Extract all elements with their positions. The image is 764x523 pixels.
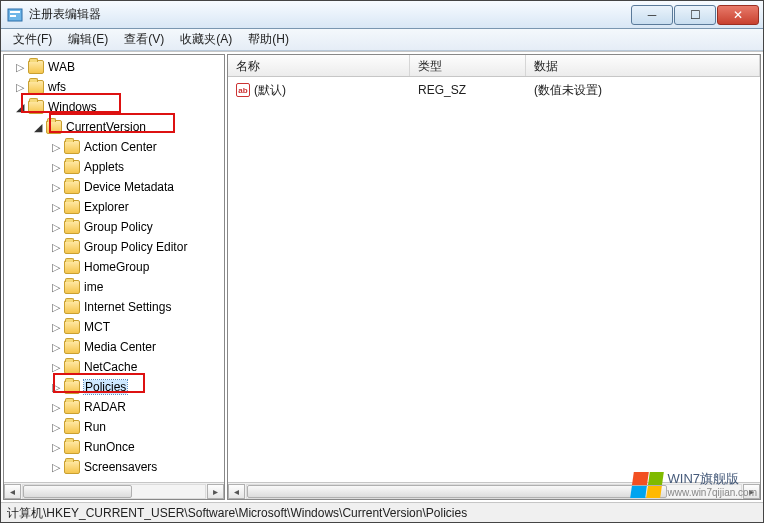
svg-rect-2 <box>10 15 16 17</box>
menubar: 文件(F) 编辑(E) 查看(V) 收藏夹(A) 帮助(H) <box>1 29 763 51</box>
scroll-right-icon[interactable]: ▸ <box>207 484 224 499</box>
scroll-left-icon[interactable]: ◂ <box>228 484 245 499</box>
tree-item[interactable]: ▷NetCache <box>4 357 224 377</box>
window-title: 注册表编辑器 <box>29 6 631 23</box>
status-path: 计算机\HKEY_CURRENT_USER\Software\Microsoft… <box>7 506 467 520</box>
folder-icon <box>64 460 80 474</box>
folder-icon <box>64 360 80 374</box>
chevron-right-icon[interactable]: ▷ <box>50 281 62 293</box>
folder-icon <box>64 420 80 434</box>
col-header-type[interactable]: 类型 <box>410 55 526 76</box>
chevron-right-icon[interactable]: ▷ <box>50 161 62 173</box>
chevron-right-icon[interactable]: ▷ <box>50 421 62 433</box>
folder-icon <box>28 80 44 94</box>
folder-icon <box>64 340 80 354</box>
tree-item[interactable]: ▷HomeGroup <box>4 257 224 277</box>
folder-icon <box>64 200 80 214</box>
minimize-button[interactable]: ─ <box>631 5 673 25</box>
chevron-right-icon[interactable]: ▷ <box>50 301 62 313</box>
chevron-right-icon[interactable]: ▷ <box>50 361 62 373</box>
watermark-label: WIN7旗舰版 <box>668 472 757 486</box>
folder-icon <box>28 60 44 74</box>
list-columns: 名称 类型 数据 <box>228 55 760 77</box>
svg-rect-1 <box>10 11 20 13</box>
menu-file[interactable]: 文件(F) <box>5 29 60 50</box>
close-button[interactable]: ✕ <box>717 5 759 25</box>
tree-item[interactable]: ▷Action Center <box>4 137 224 157</box>
folder-icon <box>64 140 80 154</box>
menu-favorites[interactable]: 收藏夹(A) <box>172 29 240 50</box>
chevron-right-icon[interactable]: ▷ <box>50 181 62 193</box>
watermark: WIN7旗舰版 www.win7qijian.com <box>632 472 757 498</box>
maximize-button[interactable]: ☐ <box>674 5 716 25</box>
value-data: (数值未设置) <box>526 82 610 99</box>
tree-item[interactable]: ▷ime <box>4 277 224 297</box>
tree-item[interactable]: ▷Screensavers <box>4 457 224 477</box>
list-pane: 名称 类型 数据 ab (默认) REG_SZ (数值未设置) ◂ ▸ <box>227 54 761 500</box>
regedit-icon <box>7 7 23 23</box>
list-row[interactable]: ab (默认) REG_SZ (数值未设置) <box>228 81 760 99</box>
col-header-data[interactable]: 数据 <box>526 55 760 76</box>
chevron-right-icon[interactable]: ▷ <box>14 61 26 73</box>
menu-edit[interactable]: 编辑(E) <box>60 29 116 50</box>
folder-icon <box>64 380 80 394</box>
tree-item[interactable]: ▷Group Policy <box>4 217 224 237</box>
tree-item-currentversion[interactable]: ◢CurrentVersion <box>4 117 224 137</box>
folder-icon <box>64 160 80 174</box>
chevron-right-icon[interactable]: ▷ <box>50 221 62 233</box>
scroll-left-icon[interactable]: ◂ <box>4 484 21 499</box>
tree-item[interactable]: ▷Explorer <box>4 197 224 217</box>
folder-icon <box>64 300 80 314</box>
tree-item[interactable]: ▷wfs <box>4 77 224 97</box>
titlebar: 注册表编辑器 ─ ☐ ✕ <box>1 1 763 29</box>
tree-item[interactable]: ▷Run <box>4 417 224 437</box>
folder-icon <box>64 220 80 234</box>
folder-icon <box>28 100 44 114</box>
folder-icon <box>64 440 80 454</box>
folder-icon <box>64 320 80 334</box>
chevron-right-icon[interactable]: ▷ <box>50 441 62 453</box>
status-bar: 计算机\HKEY_CURRENT_USER\Software\Microsoft… <box>1 502 763 522</box>
chevron-right-icon[interactable]: ▷ <box>50 261 62 273</box>
value-type: REG_SZ <box>410 83 526 97</box>
tree-item[interactable]: ▷Internet Settings <box>4 297 224 317</box>
windows-flag-icon <box>630 472 664 498</box>
tree-item[interactable]: ▷WAB <box>4 57 224 77</box>
tree-item-windows[interactable]: ◢Windows <box>4 97 224 117</box>
watermark-url: www.win7qijian.com <box>668 487 757 498</box>
chevron-right-icon[interactable]: ▷ <box>50 381 62 393</box>
folder-icon <box>64 400 80 414</box>
chevron-right-icon[interactable]: ▷ <box>50 461 62 473</box>
chevron-right-icon[interactable]: ▷ <box>50 321 62 333</box>
folder-icon <box>64 180 80 194</box>
tree-item[interactable]: ▷Applets <box>4 157 224 177</box>
tree-item[interactable]: ▷Group Policy Editor <box>4 237 224 257</box>
tree-item[interactable]: ▷Device Metadata <box>4 177 224 197</box>
folder-icon <box>46 120 62 134</box>
folder-icon <box>64 260 80 274</box>
chevron-down-icon[interactable]: ◢ <box>32 121 44 133</box>
col-header-name[interactable]: 名称 <box>228 55 410 76</box>
folder-icon <box>64 240 80 254</box>
menu-help[interactable]: 帮助(H) <box>240 29 297 50</box>
tree-item-policies[interactable]: ▷Policies <box>4 377 224 397</box>
chevron-right-icon[interactable]: ▷ <box>50 201 62 213</box>
tree-item[interactable]: ▷Media Center <box>4 337 224 357</box>
menu-view[interactable]: 查看(V) <box>116 29 172 50</box>
tree-item[interactable]: ▷RADAR <box>4 397 224 417</box>
chevron-right-icon[interactable]: ▷ <box>50 241 62 253</box>
chevron-right-icon[interactable]: ▷ <box>50 401 62 413</box>
tree-pane: ▷WAB ▷wfs ◢Windows ◢CurrentVersion ▷Acti… <box>3 54 225 500</box>
chevron-down-icon[interactable]: ◢ <box>14 101 26 113</box>
chevron-right-icon[interactable]: ▷ <box>50 341 62 353</box>
folder-icon <box>64 280 80 294</box>
tree-hscrollbar[interactable]: ◂ ▸ <box>4 482 224 499</box>
value-name: (默认) <box>254 82 286 99</box>
chevron-right-icon[interactable]: ▷ <box>50 141 62 153</box>
reg-string-icon: ab <box>236 83 250 97</box>
tree-item[interactable]: ▷MCT <box>4 317 224 337</box>
tree-item[interactable]: ▷RunOnce <box>4 437 224 457</box>
chevron-right-icon[interactable]: ▷ <box>14 81 26 93</box>
